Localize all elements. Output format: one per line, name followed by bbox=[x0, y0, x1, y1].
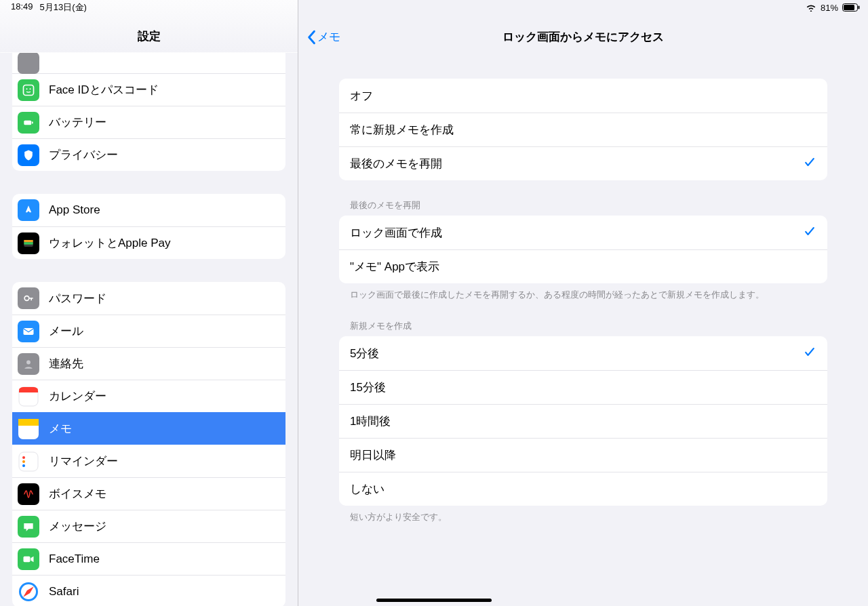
messages-icon bbox=[18, 516, 39, 538]
check-icon bbox=[803, 155, 816, 172]
chevron-left-icon bbox=[307, 30, 316, 45]
sidebar-item-label: メッセージ bbox=[49, 519, 106, 534]
status-date: 5月13日(金) bbox=[40, 1, 87, 14]
status-time: 18:49 bbox=[11, 1, 33, 14]
svg-rect-16 bbox=[19, 390, 38, 392]
sidebar-item-mail[interactable]: メール bbox=[12, 315, 285, 347]
safari-icon bbox=[18, 581, 39, 603]
svg-rect-1 bbox=[844, 5, 854, 10]
sidebar-item-label: バッテリー bbox=[49, 115, 106, 130]
reminders-icon bbox=[18, 451, 39, 472]
sidebar-item-label: カレンダー bbox=[49, 388, 106, 404]
sidebar-item-appstore[interactable]: App Store bbox=[12, 194, 285, 226]
sidebar-item-label: リマインダー bbox=[49, 453, 118, 469]
svg-point-5 bbox=[30, 88, 31, 89]
option-row[interactable]: オフ bbox=[339, 79, 827, 113]
sidebar-item-label: Face IDとパスコード bbox=[49, 82, 159, 98]
svg-rect-20 bbox=[19, 452, 38, 471]
sidebar-item-voicememos[interactable]: ボイスメモ bbox=[12, 477, 285, 510]
sidebar-item-label: App Store bbox=[49, 203, 100, 217]
option-row[interactable]: しない bbox=[339, 472, 827, 506]
sidebar-item-label: FaceTime bbox=[49, 552, 100, 566]
sidebar-item-privacy[interactable]: プライバシー bbox=[12, 138, 285, 171]
option-row[interactable]: "メモ" Appで表示 bbox=[339, 249, 827, 283]
option-label: 常に新規メモを作成 bbox=[350, 122, 454, 138]
passwords-icon bbox=[18, 287, 39, 309]
partial-icon bbox=[18, 53, 39, 74]
section-footer: 短い方がより安全です。 bbox=[350, 511, 816, 523]
voicememos-icon bbox=[18, 483, 39, 505]
option-row[interactable]: 最後のメモを再開 bbox=[339, 146, 827, 180]
notes-icon bbox=[18, 418, 39, 440]
check-icon bbox=[803, 224, 816, 241]
mail-icon bbox=[18, 321, 39, 342]
faceid-icon bbox=[18, 79, 39, 101]
svg-point-4 bbox=[26, 88, 28, 89]
battery-icon bbox=[18, 112, 39, 134]
svg-point-13 bbox=[26, 360, 31, 364]
sidebar-item-passwords[interactable]: パスワード bbox=[12, 282, 285, 315]
svg-rect-12 bbox=[24, 328, 34, 335]
svg-point-23 bbox=[22, 464, 25, 467]
facetime-icon bbox=[18, 548, 39, 570]
sidebar-item-facetime[interactable]: FaceTime bbox=[12, 542, 285, 575]
sidebar-item-wallet[interactable]: ウォレットとApple Pay bbox=[12, 226, 285, 259]
sidebar-item-calendar[interactable]: カレンダー bbox=[12, 380, 285, 412]
home-indicator bbox=[376, 599, 492, 602]
svg-rect-10 bbox=[24, 242, 33, 244]
sidebar-item-label: プライバシー bbox=[49, 147, 118, 163]
sidebar-item-label: ボイスメモ bbox=[49, 486, 106, 502]
svg-rect-3 bbox=[24, 85, 34, 95]
svg-point-11 bbox=[24, 296, 29, 301]
sidebar-item-label: メール bbox=[49, 323, 83, 339]
sidebar-item-label: パスワード bbox=[49, 291, 106, 306]
sidebar-item-label: Safari bbox=[49, 585, 79, 599]
option-label: オフ bbox=[350, 88, 373, 104]
option-row[interactable]: 5分後 bbox=[339, 336, 827, 370]
battery-icon bbox=[842, 3, 860, 12]
back-label: メモ bbox=[317, 29, 340, 45]
sidebar-item-notes[interactable]: メモ bbox=[12, 412, 285, 445]
option-row[interactable]: 常に新規メモを作成 bbox=[339, 113, 827, 146]
sidebar: 設定 Face IDとパスコードバッテリープライバシーApp Storeウォレッ… bbox=[0, 0, 298, 606]
sidebar-item-messages[interactable]: メッセージ bbox=[12, 510, 285, 542]
back-button[interactable]: メモ bbox=[307, 29, 340, 45]
svg-rect-6 bbox=[24, 120, 31, 125]
svg-rect-2 bbox=[859, 6, 860, 9]
option-label: 明日以降 bbox=[350, 447, 396, 463]
section-header: 新規メモを作成 bbox=[350, 320, 827, 332]
svg-point-22 bbox=[22, 460, 25, 463]
option-label: 1時間後 bbox=[350, 413, 391, 429]
sidebar-item-partial[interactable] bbox=[12, 53, 285, 73]
option-row[interactable]: ロック画面で作成 bbox=[339, 216, 827, 249]
status-bar: 18:49 5月13日(金) 81% bbox=[0, 0, 868, 14]
wallet-icon bbox=[18, 233, 39, 254]
sidebar-item-contacts[interactable]: 連絡先 bbox=[12, 347, 285, 380]
sidebar-item-reminders[interactable]: リマインダー bbox=[12, 445, 285, 477]
option-label: 15分後 bbox=[350, 380, 386, 395]
status-battery-pct: 81% bbox=[821, 3, 838, 13]
sidebar-item-safari[interactable]: Safari bbox=[12, 575, 285, 606]
option-row[interactable]: 15分後 bbox=[339, 370, 827, 404]
sidebar-item-label: 連絡先 bbox=[49, 356, 83, 371]
check-icon bbox=[803, 345, 816, 362]
option-label: 最後のメモを再開 bbox=[350, 156, 442, 171]
sidebar-item-label: ウォレットとApple Pay bbox=[49, 235, 171, 251]
option-label: ロック画面で作成 bbox=[350, 225, 442, 241]
calendar-icon bbox=[18, 386, 39, 407]
svg-rect-7 bbox=[32, 121, 33, 123]
wifi-icon bbox=[806, 3, 816, 12]
option-label: 5分後 bbox=[350, 346, 379, 361]
sidebar-item-faceid[interactable]: Face IDとパスコード bbox=[12, 73, 285, 106]
option-label: しない bbox=[350, 481, 384, 497]
section-footer: ロック画面で最後に作成したメモを再開するか、ある程度の時間が経ったあとで新規メモ… bbox=[350, 289, 816, 301]
page-title: ロック画面からメモにアクセス bbox=[502, 29, 664, 45]
option-row[interactable]: 明日以降 bbox=[339, 438, 827, 472]
option-row[interactable]: 1時間後 bbox=[339, 404, 827, 438]
section-header: 最後のメモを再開 bbox=[350, 199, 827, 211]
svg-point-21 bbox=[22, 456, 25, 459]
contacts-icon bbox=[18, 353, 39, 375]
privacy-icon bbox=[18, 144, 39, 166]
sidebar-item-label: メモ bbox=[49, 421, 72, 437]
sidebar-item-battery[interactable]: バッテリー bbox=[12, 106, 285, 138]
